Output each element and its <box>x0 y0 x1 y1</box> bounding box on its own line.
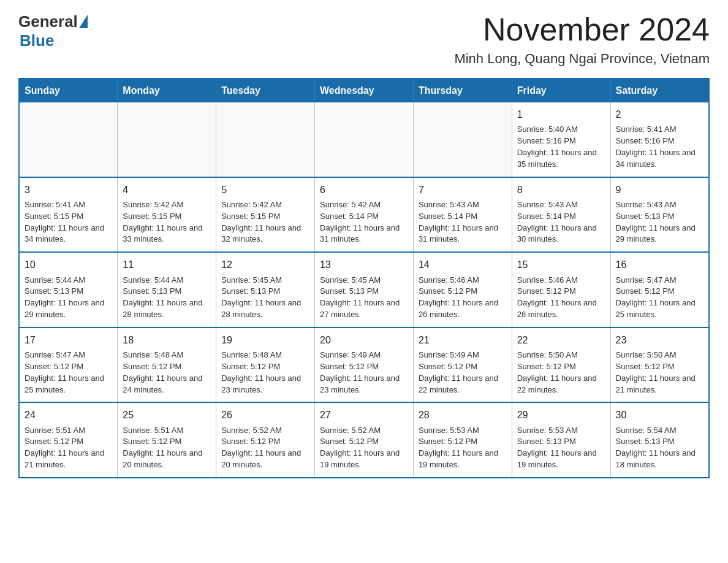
calendar-cell: 25Sunrise: 5:51 AM Sunset: 5:12 PM Dayli… <box>118 402 216 478</box>
day-info: Sunrise: 5:50 AM Sunset: 5:12 PM Dayligh… <box>616 350 703 396</box>
calendar-cell: 21Sunrise: 5:49 AM Sunset: 5:12 PM Dayli… <box>413 327 512 403</box>
day-number: 24 <box>25 408 112 422</box>
logo: General Blue <box>18 12 88 50</box>
day-number: 12 <box>221 258 309 272</box>
calendar-cell: 27Sunrise: 5:52 AM Sunset: 5:12 PM Dayli… <box>315 402 414 478</box>
day-number: 26 <box>221 408 309 422</box>
day-number: 2 <box>616 107 703 121</box>
day-info: Sunrise: 5:53 AM Sunset: 5:12 PM Dayligh… <box>419 425 507 471</box>
day-info: Sunrise: 5:40 AM Sunset: 5:16 PM Dayligh… <box>517 124 605 170</box>
day-header-thursday: Thursday <box>413 79 512 102</box>
calendar-cell: 15Sunrise: 5:46 AM Sunset: 5:12 PM Dayli… <box>512 252 610 327</box>
day-info: Sunrise: 5:49 AM Sunset: 5:12 PM Dayligh… <box>320 350 408 396</box>
calendar-cell: 5Sunrise: 5:42 AM Sunset: 5:15 PM Daylig… <box>216 177 315 253</box>
day-info: Sunrise: 5:45 AM Sunset: 5:13 PM Dayligh… <box>221 275 309 321</box>
day-number: 25 <box>123 408 211 422</box>
calendar-cell <box>118 102 216 177</box>
calendar-week-1: 3Sunrise: 5:41 AM Sunset: 5:15 PM Daylig… <box>19 177 709 253</box>
day-header-monday: Monday <box>118 79 216 102</box>
calendar-cell: 12Sunrise: 5:45 AM Sunset: 5:13 PM Dayli… <box>216 252 315 327</box>
day-info: Sunrise: 5:43 AM Sunset: 5:14 PM Dayligh… <box>419 199 507 245</box>
day-info: Sunrise: 5:51 AM Sunset: 5:12 PM Dayligh… <box>123 425 211 471</box>
day-number: 15 <box>517 258 605 272</box>
calendar-cell: 14Sunrise: 5:46 AM Sunset: 5:12 PM Dayli… <box>413 252 512 327</box>
day-header-tuesday: Tuesday <box>216 79 315 102</box>
calendar-week-2: 10Sunrise: 5:44 AM Sunset: 5:13 PM Dayli… <box>19 252 709 327</box>
calendar-cell: 7Sunrise: 5:43 AM Sunset: 5:14 PM Daylig… <box>413 177 512 253</box>
calendar-cell <box>19 102 118 177</box>
day-number: 17 <box>25 333 112 347</box>
calendar-cell: 6Sunrise: 5:42 AM Sunset: 5:14 PM Daylig… <box>315 177 414 253</box>
calendar-cell: 26Sunrise: 5:52 AM Sunset: 5:12 PM Dayli… <box>216 402 315 478</box>
day-info: Sunrise: 5:45 AM Sunset: 5:13 PM Dayligh… <box>320 275 408 321</box>
day-number: 29 <box>517 408 605 422</box>
calendar-cell <box>315 102 414 177</box>
day-number: 8 <box>517 183 605 197</box>
day-info: Sunrise: 5:42 AM Sunset: 5:15 PM Dayligh… <box>123 199 211 245</box>
calendar-week-3: 17Sunrise: 5:47 AM Sunset: 5:12 PM Dayli… <box>19 327 709 403</box>
calendar-week-4: 24Sunrise: 5:51 AM Sunset: 5:12 PM Dayli… <box>19 402 709 478</box>
title-area: November 2024 Minh Long, Quang Ngai Prov… <box>454 12 710 67</box>
day-info: Sunrise: 5:41 AM Sunset: 5:15 PM Dayligh… <box>25 199 112 245</box>
day-number: 1 <box>517 107 605 121</box>
day-info: Sunrise: 5:53 AM Sunset: 5:13 PM Dayligh… <box>517 425 605 471</box>
day-number: 30 <box>616 408 703 422</box>
day-info: Sunrise: 5:49 AM Sunset: 5:12 PM Dayligh… <box>419 350 507 396</box>
calendar-cell: 10Sunrise: 5:44 AM Sunset: 5:13 PM Dayli… <box>19 252 118 327</box>
day-info: Sunrise: 5:48 AM Sunset: 5:12 PM Dayligh… <box>221 350 309 396</box>
day-number: 10 <box>25 258 112 272</box>
day-header-wednesday: Wednesday <box>315 79 414 102</box>
calendar-cell: 17Sunrise: 5:47 AM Sunset: 5:12 PM Dayli… <box>19 327 118 403</box>
calendar-table: SundayMondayTuesdayWednesdayThursdayFrid… <box>18 78 710 478</box>
day-number: 13 <box>320 258 408 272</box>
day-header-friday: Friday <box>512 79 610 102</box>
day-number: 27 <box>320 408 408 422</box>
day-info: Sunrise: 5:47 AM Sunset: 5:12 PM Dayligh… <box>616 275 703 321</box>
day-info: Sunrise: 5:51 AM Sunset: 5:12 PM Dayligh… <box>25 425 112 471</box>
day-header-saturday: Saturday <box>610 79 709 102</box>
day-info: Sunrise: 5:52 AM Sunset: 5:12 PM Dayligh… <box>320 425 408 471</box>
day-number: 5 <box>221 183 309 197</box>
calendar-cell: 8Sunrise: 5:43 AM Sunset: 5:14 PM Daylig… <box>512 177 610 253</box>
page-header: General Blue November 2024 Minh Long, Qu… <box>18 12 710 67</box>
calendar-cell: 28Sunrise: 5:53 AM Sunset: 5:12 PM Dayli… <box>413 402 512 478</box>
day-number: 22 <box>517 333 605 347</box>
day-info: Sunrise: 5:41 AM Sunset: 5:16 PM Dayligh… <box>616 124 703 170</box>
calendar-cell: 16Sunrise: 5:47 AM Sunset: 5:12 PM Dayli… <box>610 252 709 327</box>
day-number: 19 <box>221 333 309 347</box>
day-number: 11 <box>123 258 211 272</box>
day-info: Sunrise: 5:44 AM Sunset: 5:13 PM Dayligh… <box>25 275 112 321</box>
calendar-cell <box>216 102 315 177</box>
day-info: Sunrise: 5:52 AM Sunset: 5:12 PM Dayligh… <box>221 425 309 471</box>
calendar-cell: 22Sunrise: 5:50 AM Sunset: 5:12 PM Dayli… <box>512 327 610 403</box>
logo-general-text: General <box>18 12 78 31</box>
day-number: 6 <box>320 183 408 197</box>
calendar-cell: 13Sunrise: 5:45 AM Sunset: 5:13 PM Dayli… <box>315 252 414 327</box>
calendar-cell: 4Sunrise: 5:42 AM Sunset: 5:15 PM Daylig… <box>118 177 216 253</box>
month-title: November 2024 <box>454 12 710 47</box>
day-number: 23 <box>616 333 703 347</box>
day-info: Sunrise: 5:47 AM Sunset: 5:12 PM Dayligh… <box>25 350 112 396</box>
calendar-cell: 24Sunrise: 5:51 AM Sunset: 5:12 PM Dayli… <box>19 402 118 478</box>
day-number: 16 <box>616 258 703 272</box>
day-header-sunday: Sunday <box>19 79 118 102</box>
day-info: Sunrise: 5:48 AM Sunset: 5:12 PM Dayligh… <box>123 350 211 396</box>
day-number: 21 <box>419 333 507 347</box>
calendar-cell: 9Sunrise: 5:43 AM Sunset: 5:13 PM Daylig… <box>610 177 709 253</box>
logo-triangle-icon <box>79 15 88 28</box>
calendar-week-0: 1Sunrise: 5:40 AM Sunset: 5:16 PM Daylig… <box>19 102 709 177</box>
calendar-cell: 29Sunrise: 5:53 AM Sunset: 5:13 PM Dayli… <box>512 402 610 478</box>
logo-blue-text: Blue <box>20 31 54 50</box>
day-number: 7 <box>419 183 507 197</box>
day-info: Sunrise: 5:46 AM Sunset: 5:12 PM Dayligh… <box>517 275 605 321</box>
day-info: Sunrise: 5:50 AM Sunset: 5:12 PM Dayligh… <box>517 350 605 396</box>
calendar-header-row: SundayMondayTuesdayWednesdayThursdayFrid… <box>19 79 709 102</box>
calendar-cell: 2Sunrise: 5:41 AM Sunset: 5:16 PM Daylig… <box>610 102 709 177</box>
day-number: 3 <box>25 183 112 197</box>
day-info: Sunrise: 5:42 AM Sunset: 5:15 PM Dayligh… <box>221 199 309 245</box>
calendar-cell: 20Sunrise: 5:49 AM Sunset: 5:12 PM Dayli… <box>315 327 414 403</box>
location-title: Minh Long, Quang Ngai Province, Vietnam <box>454 51 710 67</box>
day-number: 18 <box>123 333 211 347</box>
day-number: 20 <box>320 333 408 347</box>
day-info: Sunrise: 5:43 AM Sunset: 5:13 PM Dayligh… <box>616 199 703 245</box>
